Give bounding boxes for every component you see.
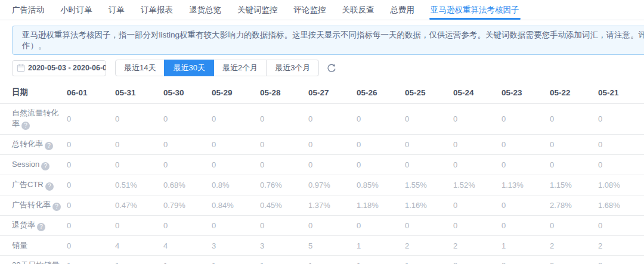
range-button-0[interactable]: 最近14天 [115,60,165,76]
row-label: 广告CTR? [0,175,67,195]
table-cell: 0 [405,135,453,155]
table-cell: 1 [212,256,260,264]
tab-4[interactable]: 退货总览 [189,0,221,20]
column-header-05-30: 05-30 [163,82,212,104]
table-cell: 4 [115,236,163,256]
table-cell: 0.85% [357,175,405,195]
table-cell: 1 [357,236,405,256]
table-cell: 0 [550,104,598,135]
help-icon[interactable]: ? [45,182,54,191]
table-cell: 0 [550,135,598,155]
table-cell: 0 [501,135,550,155]
tab-5[interactable]: 关键词监控 [237,0,278,20]
table-cell: 0 [453,216,501,236]
table-row: 广告CTR?00.51%0.68%0.8%0.76%0.97%0.85%1.55… [0,175,644,195]
help-icon[interactable]: ? [45,142,53,150]
table-cell: 0 [598,135,644,155]
table-cell: 2 [405,236,453,256]
table-cell: 4 [163,236,212,256]
column-header-date: 日期 [0,82,67,104]
table-cell: 1 [115,256,163,264]
table-cell: 0.45% [260,195,308,216]
table-cell: 0 [501,195,550,216]
help-icon[interactable]: ? [52,203,61,211]
date-range-input[interactable]: 2020-05-03 - 2020-06-01 [12,60,106,76]
table-cell: 1.68% [598,195,644,216]
table-cell: 3 [260,236,308,256]
table-cell: 0 [163,155,212,175]
table-cell: 1.13% [501,175,550,195]
row-label: 销量 [0,236,67,256]
info-banner-line1: 亚马逊权重算法考核因子，指一部分对listing权重有较大影响力的数据指标。这里… [22,30,644,41]
info-banner: 亚马逊权重算法考核因子，指一部分对listing权重有较大影响力的数据指标。这里… [12,26,644,55]
table-cell: 0 [308,216,357,236]
table-cell: 0 [308,135,357,155]
help-icon[interactable]: ? [41,162,49,170]
table-cell: 2.78% [550,195,598,216]
table-cell: 0.84% [212,195,260,216]
table-cell: 1 [260,256,308,264]
column-header-05-26: 05-26 [357,82,405,104]
table-cell: 0.68% [163,175,212,195]
table-cell: 0.8% [212,175,260,195]
refresh-button[interactable] [327,63,336,73]
help-icon[interactable]: ? [37,223,45,231]
table-cell: 0 [598,104,644,135]
help-icon[interactable]: ? [21,122,30,130]
table-cell: 0 [501,104,550,135]
table-cell: 5 [308,236,357,256]
range-button-3[interactable]: 最近3个月 [266,60,319,76]
tab-9[interactable]: 亚马逊权重算法考核因子 [431,0,519,20]
table-cell: 3 [212,236,260,256]
tab-8[interactable]: 总费用 [391,0,415,20]
table-cell: 0 [212,104,260,135]
table-cell: 0 [598,155,644,175]
table-row: 退货率?000000000000 [0,216,644,236]
table-cell: 0 [550,216,598,236]
table-cell: 0 [308,155,357,175]
date-range-value: 2020-05-03 - 2020-06-01 [28,64,106,72]
info-banner-line2: 作）。 [22,41,644,51]
controls-row: 2020-05-03 - 2020-06-01 最近14天最近30天最近2个月最… [12,60,644,76]
tab-3[interactable]: 订单报表 [141,0,173,20]
row-label: 总转化率? [0,135,67,155]
table-cell: 0 [453,256,501,264]
table-cell: 0 [550,256,598,264]
table-row: 总转化率?000000000000 [0,135,644,155]
column-header-06-01: 06-01 [67,82,115,104]
table-cell: 0 [115,104,163,135]
calendar-icon [17,64,25,72]
table-row: 广告转化率?00.47%0.79%0.84%0.45%1.37%1.18%1.1… [0,195,644,216]
table-header-row: 日期 06-0105-3105-3005-2905-2805-2705-2605… [0,82,644,104]
table-cell: 0 [453,155,501,175]
table-cell: 0.51% [115,175,163,195]
tab-bar: 广告活动小时订单订单订单报表退货总览关键词监控评论监控关联反查总费用亚马逊权重算… [0,0,644,20]
column-header-05-29: 05-29 [212,82,260,104]
table-cell: 0 [67,155,115,175]
tab-6[interactable]: 评论监控 [294,0,326,20]
table-cell: 0.79% [163,195,212,216]
table-cell: 1.08% [598,175,644,195]
table-cell: 0.76% [260,175,308,195]
table-cell: 0 [67,195,115,216]
table-cell: 0 [453,104,501,135]
range-button-1[interactable]: 最近30天 [164,60,213,76]
table-cell: 0 [163,216,212,236]
table-cell: 1 [357,256,405,264]
table-cell: 2 [598,236,644,256]
table-cell: 1 [501,236,550,256]
table-cell: 0 [163,135,212,155]
tab-0[interactable]: 广告活动 [12,0,44,20]
tab-7[interactable]: 关联反查 [342,0,374,20]
table-row: 销量044335122122 [0,236,644,256]
tab-1[interactable]: 小时订单 [60,0,92,20]
table-cell: 0 [598,216,644,236]
tab-2[interactable]: 订单 [109,0,125,20]
table-cell: 0 [357,216,405,236]
row-label: 退货率? [0,216,67,236]
table-cell: 0 [501,216,550,236]
table-cell: 0 [260,216,308,236]
table-cell: 0 [67,104,115,135]
table-cell: 0 [260,155,308,175]
range-button-2[interactable]: 最近2个月 [213,60,267,76]
